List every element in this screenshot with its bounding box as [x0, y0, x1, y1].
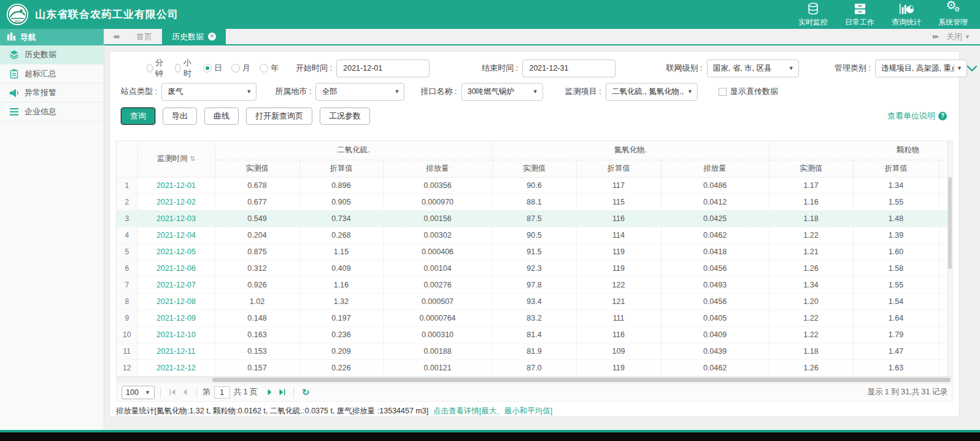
tab-scroll-left-icon[interactable]: ◀◀: [104, 29, 126, 44]
clipped-cell: [939, 343, 948, 359]
site-type-label: 站点类型 :: [121, 86, 157, 97]
time-column-header[interactable]: 监测时间⇅: [137, 141, 215, 177]
granularity-radio-4[interactable]: 月: [231, 63, 250, 74]
tab-history-data[interactable]: 历史数据✕: [162, 29, 226, 44]
sub-column-header: 实测值: [492, 160, 576, 177]
date-cell[interactable]: 2021-12-04: [137, 227, 215, 243]
first-page-icon[interactable]: [166, 386, 179, 399]
row-number-cell: 2: [117, 193, 137, 210]
value-cell: 0.875: [215, 243, 299, 260]
network-level-select[interactable]: 国家, 省, 市, 区县▼: [707, 60, 799, 77]
value-cell: 0.734: [299, 210, 383, 227]
outlet-select[interactable]: 30吨燃气锅炉▼: [461, 83, 543, 101]
sub-column-header: 排放量: [383, 160, 492, 177]
clipboard-icon: [9, 69, 19, 79]
sidebar-item-abnormal-alarm[interactable]: 异常报警: [0, 84, 104, 103]
database-icon: [806, 2, 820, 15]
manage-category-select[interactable]: 违规项目, 高架源, 重点排▼: [875, 60, 967, 77]
top-header: MEE 山东省联合农药工业有限公司 实时监控日常工作查询统计⚙⚙系统管理: [0, 0, 980, 29]
top-nav-item-realtime-monitor[interactable]: 实时监控: [798, 2, 828, 28]
prev-page-icon[interactable]: [179, 386, 191, 399]
sidebar-item-enterprise-info[interactable]: 企业信息: [0, 103, 104, 122]
sort-icon[interactable]: ⇅: [190, 155, 195, 162]
date-cell[interactable]: 2021-12-11: [137, 343, 215, 359]
value-cell: 87.5: [492, 210, 576, 227]
granularity-radio-5[interactable]: 年: [260, 63, 279, 74]
date-cell[interactable]: 2021-12-02: [137, 193, 215, 210]
value-cell: 1.20: [769, 293, 853, 310]
tab-home[interactable]: 首页: [126, 29, 162, 44]
curve-button[interactable]: 曲线: [204, 107, 239, 125]
pagination-bar: 100▼ 第 共 1 页: [116, 383, 953, 402]
value-cell: 0.00121: [383, 359, 492, 376]
tab-scroll-right-icon[interactable]: ▶▶: [924, 29, 946, 44]
date-cell[interactable]: 2021-12-05: [137, 243, 215, 260]
date-cell[interactable]: 2021-12-03: [137, 210, 215, 227]
value-cell: 0.905: [299, 193, 383, 210]
radio-icon[interactable]: [147, 64, 153, 72]
granularity-radio-3[interactable]: 日: [203, 63, 222, 74]
condition-params-button[interactable]: 工况参数: [320, 107, 370, 125]
top-nav-item-daily-work[interactable]: 日常工作: [845, 2, 874, 28]
date-cell[interactable]: 2021-12-10: [137, 326, 215, 343]
page-prefix: 第: [203, 387, 210, 397]
value-cell: 0.00156: [383, 210, 492, 227]
monitor-items-select[interactable]: 二氧化硫., 氮氧化物., 颗粒▼: [606, 83, 698, 101]
value-cell: 0.00356: [383, 177, 492, 193]
refresh-icon[interactable]: ↻: [299, 386, 312, 399]
date-cell[interactable]: 2021-12-06: [137, 260, 215, 276]
granularity-radio-2[interactable]: 小时: [175, 57, 194, 79]
page-number-input[interactable]: [214, 386, 230, 399]
date-cell[interactable]: 2021-12-08: [137, 293, 215, 310]
checkbox-icon[interactable]: [719, 88, 727, 96]
value-cell: 0.157: [215, 359, 299, 376]
horizontal-scrollbar[interactable]: [116, 377, 953, 383]
direct-data-checkbox[interactable]: 显示直传数据: [719, 86, 778, 97]
open-new-query-button[interactable]: 打开新查询页: [246, 107, 312, 125]
date-cell[interactable]: 2021-12-12: [137, 359, 215, 376]
top-nav-item-query-statistics[interactable]: 查询统计: [892, 2, 921, 28]
unit-help-link[interactable]: 查看单位说明 ?: [887, 111, 947, 122]
sidebar-item-over-standard-summary[interactable]: 超标汇总: [0, 64, 104, 84]
vertical-scroll-thumb[interactable]: [948, 177, 952, 269]
close-tabs-dropdown[interactable]: 关闭▼: [946, 29, 980, 44]
close-icon[interactable]: ✕: [208, 33, 216, 41]
value-cell: 116: [576, 210, 661, 227]
next-page-icon[interactable]: [263, 386, 276, 399]
export-button[interactable]: 导出: [163, 107, 197, 125]
page-size-select[interactable]: 100▼: [122, 386, 155, 399]
date-cell[interactable]: 2021-12-01: [137, 177, 215, 193]
start-time-input[interactable]: [336, 60, 430, 77]
radio-icon[interactable]: [175, 64, 181, 72]
radio-icon[interactable]: [231, 64, 240, 72]
top-nav-item-system-manage[interactable]: ⚙⚙系统管理: [938, 2, 968, 28]
value-cell: 87.0: [492, 359, 576, 376]
query-button[interactable]: 查询: [121, 107, 155, 125]
city-select[interactable]: 全部▼: [315, 83, 404, 101]
data-table-zone: 监测时间⇅二氧化硫.氮氧化物.颗粒物实测值折算值排放量实测值折算值排放量实测值折…: [116, 141, 953, 377]
collapse-filters-icon[interactable]: [967, 63, 977, 74]
value-cell: 1.26: [769, 359, 853, 376]
chevron-down-icon: ▼: [246, 88, 252, 95]
date-cell[interactable]: 2021-12-09: [137, 310, 215, 326]
value-cell: 0.000406: [383, 243, 492, 260]
sidebar-item-history-data[interactable]: 历史数据: [0, 45, 104, 64]
end-time-input[interactable]: [522, 60, 615, 77]
vertical-scrollbar[interactable]: [948, 141, 953, 377]
clipped-cell: [939, 227, 948, 243]
radio-icon[interactable]: [260, 64, 268, 72]
top-nav: 实时监控日常工作查询统计⚙⚙系统管理: [798, 2, 968, 28]
last-page-icon[interactable]: [276, 386, 288, 399]
table-row: 102021-12-100.1630.2360.00031081.41160.0…: [117, 326, 948, 343]
date-cell[interactable]: 2021-12-07: [137, 276, 215, 293]
stats-detail-link[interactable]: 点击查看详情[最大、最小和平均值]: [433, 407, 552, 415]
horizontal-scroll-thumb[interactable]: [212, 378, 951, 382]
radio-icon[interactable]: [203, 64, 212, 72]
site-type-select[interactable]: 废气▼: [161, 83, 257, 101]
question-icon: ?: [938, 112, 947, 120]
value-cell: 1.79: [853, 326, 939, 343]
value-cell: 0.226: [299, 359, 383, 376]
row-number-cell: 4: [117, 227, 137, 243]
granularity-radio-1[interactable]: 分钟: [147, 57, 166, 79]
group-header: 二氧化硫.: [215, 141, 492, 160]
